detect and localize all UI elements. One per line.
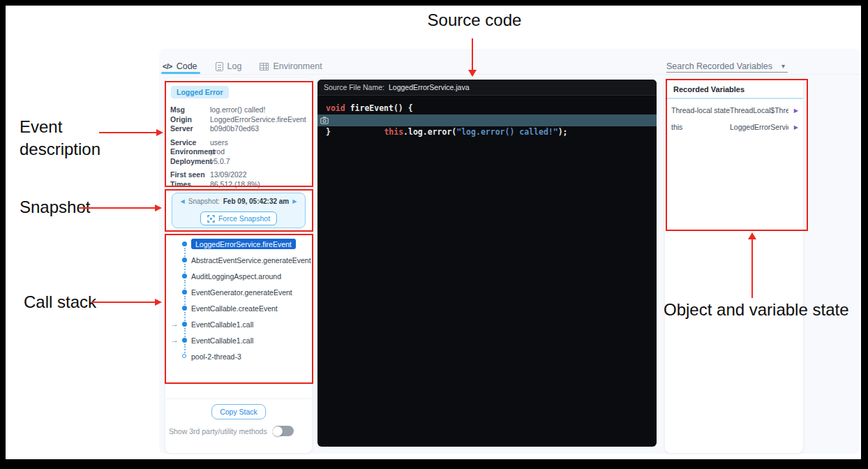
toggle-knob [273, 426, 283, 436]
stack-footer-divider [166, 399, 311, 399]
arrow-object-state-head [748, 232, 756, 239]
arrow-source-code-head [468, 70, 477, 77]
annotation-object-state: Object and variable state [664, 300, 849, 320]
arrow-snapshot-head [155, 204, 162, 211]
third-party-toggle[interactable] [273, 426, 294, 436]
annotation-box-variables [666, 79, 808, 231]
chevron-down-icon: ▾ [781, 62, 785, 70]
code-line: void fireEvent() { [317, 103, 657, 114]
keyword-token: void [326, 103, 345, 113]
tab-environment-label: Environment [273, 61, 322, 71]
arrow-call-stack-line [91, 302, 156, 303]
source-file-name: LoggedErrorService.java [389, 83, 470, 91]
arrow-source-code-line [472, 38, 473, 71]
active-tab-underline [161, 72, 200, 74]
code-token: } [326, 127, 331, 137]
copy-stack-button[interactable]: Copy Stack [211, 404, 266, 419]
annotation-box-event-description [165, 81, 313, 187]
arrow-snapshot-line [79, 207, 156, 209]
tab-code[interactable]: </> Code [163, 61, 197, 71]
screenshot-stage: </> Code Log Environment Search Recorded… [0, 0, 868, 469]
annotation-box-snapshot [165, 189, 313, 232]
log-icon [216, 62, 223, 71]
tab-log[interactable]: Log [216, 61, 242, 71]
annotation-event-description: Event description [20, 116, 100, 161]
tab-log-label: Log [227, 61, 242, 71]
arrow-call-stack-head [155, 299, 162, 306]
code-line-highlighted: this.log.error("log.error() called!"); [317, 114, 657, 126]
tab-code-label: Code [177, 61, 197, 71]
source-code-panel: Source File Name: LoggedErrorService.jav… [317, 80, 657, 447]
snapshot-gutter-icon[interactable] [320, 117, 329, 124]
annotation-line: description [20, 138, 100, 161]
tabbar-divider [159, 74, 860, 75]
arrow-object-state-line [751, 238, 753, 298]
environment-icon [260, 63, 269, 70]
code-icon: </> [163, 62, 172, 70]
annotation-source-code: Source code [391, 10, 558, 30]
search-recorded-variables-dropdown[interactable]: Search Recorded Variables ▾ [666, 60, 788, 73]
tab-environment[interactable]: Environment [260, 61, 322, 71]
third-party-toggle-row: Show 3rd party/utility methods [169, 426, 307, 436]
code-token: fireEvent() { [345, 103, 413, 113]
search-placeholder: Search Recorded Variables [666, 61, 772, 71]
annotation-call-stack: Call stack [24, 292, 96, 312]
annotation-box-call-stack [165, 234, 313, 384]
source-file-label: Source File Name: [324, 83, 384, 91]
arrow-event-head [156, 129, 163, 136]
source-file-header: Source File Name: LoggedErrorService.jav… [317, 80, 657, 96]
code-line: } [317, 126, 657, 138]
annotation-line: Event [20, 116, 100, 138]
third-party-toggle-label: Show 3rd party/utility methods [169, 427, 267, 436]
arrow-event-line [99, 132, 158, 133]
